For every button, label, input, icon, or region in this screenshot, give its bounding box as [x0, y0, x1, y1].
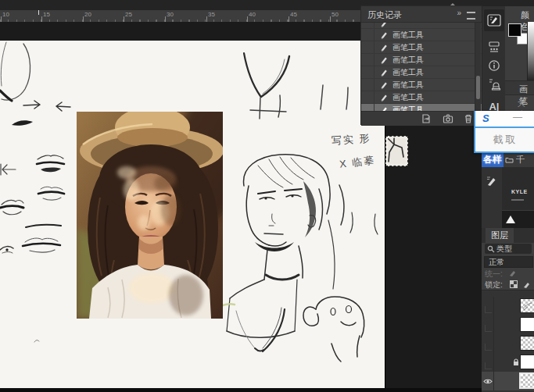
- brush-name-label[interactable]: KYLE: [511, 189, 528, 194]
- layer-thumbnail[interactable]: [521, 299, 534, 312]
- history-entry[interactable]: 画笔工具: [361, 41, 482, 54]
- tab-layers[interactable]: 图层: [486, 228, 514, 243]
- presets-side-strip: [482, 167, 503, 228]
- layer-thumbnail[interactable]: [521, 374, 534, 387]
- selection-marquee[interactable]: [385, 136, 408, 166]
- snip-tool-window: S — 截取: [474, 111, 534, 153]
- lock-pixels-icon[interactable]: [522, 280, 531, 289]
- blend-mode-dropdown[interactable]: 正常: [484, 256, 533, 268]
- document-canvas[interactable]: 写实 形 X 临摹: [0, 22, 385, 388]
- blend-mode-row: 正常: [482, 255, 534, 268]
- eye-icon[interactable]: [483, 378, 493, 385]
- brush-icon: [379, 80, 389, 90]
- layer-thumbnail[interactable]: [521, 355, 534, 369]
- brush-panel-header[interactable]: 画笔: [505, 80, 534, 95]
- layer-thumbnail[interactable]: [521, 337, 534, 350]
- history-entry[interactable]: 画笔工具: [361, 54, 482, 66]
- history-entry[interactable]: 画笔工具: [361, 66, 482, 79]
- brush-presets-panel: 各样 千 KYLE: [482, 153, 534, 228]
- minimize-button[interactable]: —: [513, 112, 522, 123]
- history-scrollbar[interactable]: [475, 23, 481, 111]
- brush-subtitle-bar: [511, 199, 524, 201]
- layer-list: [482, 290, 534, 392]
- brush-icon: [379, 43, 389, 52]
- brush-icon: [379, 55, 389, 65]
- snip-titlebar[interactable]: S —: [475, 111, 534, 127]
- canvas-annotation-1: 写实 形: [331, 131, 371, 148]
- selected-brush-group[interactable]: 各样: [482, 152, 504, 167]
- ruler-tick-label: 20: [84, 11, 91, 18]
- ruler-cursor-marker: [38, 10, 39, 15]
- layers-panel: 图层 类型 正常 统一: 锁定:: [482, 228, 534, 392]
- lock-label: 锁定:: [485, 280, 503, 290]
- new-document-from-state-icon[interactable]: [421, 113, 432, 124]
- filter-kind-label: 类型: [496, 244, 512, 255]
- search-icon: [487, 245, 495, 253]
- layers-tab-bar: 图层: [482, 228, 534, 243]
- collapse-to-icons-button[interactable]: »: [457, 9, 461, 17]
- history-entry[interactable]: 画笔工具: [361, 79, 482, 91]
- history-entry-selected[interactable]: 画笔工具: [361, 104, 482, 111]
- snip-logo-icon: S: [482, 112, 489, 124]
- layer-row[interactable]: [482, 334, 534, 353]
- history-panel-header[interactable]: 历史记录 »: [361, 6, 482, 23]
- history-panel: 历史记录 » 画笔工具 画笔工具 画笔工具: [361, 6, 482, 124]
- clone-source-panel-icon[interactable]: [484, 37, 504, 56]
- brush-group-row[interactable]: 各样 千: [482, 153, 525, 166]
- new-snapshot-camera-icon[interactable]: [443, 113, 453, 124]
- layer-row[interactable]: [482, 315, 534, 334]
- ruler-tick-label: 45: [290, 11, 297, 18]
- layer-lock-icon: [513, 358, 519, 366]
- adjacent-group-label: 千: [516, 154, 525, 166]
- lock-row: 锁定:: [482, 278, 534, 290]
- foreground-color-swatch[interactable]: [508, 23, 521, 37]
- layer-row-selected[interactable]: [482, 372, 534, 390]
- window-bottom-edge: [0, 388, 482, 392]
- brush-icon: [379, 93, 389, 102]
- preset-list: KYLE: [502, 167, 534, 228]
- history-panel-footer: [361, 111, 482, 126]
- brush-icon: [379, 30, 389, 40]
- selection-content-sketch: [386, 137, 406, 164]
- ruler-tick-label: 25: [125, 11, 132, 18]
- brush-settings-panel-icon[interactable]: [484, 9, 504, 31]
- delete-trash-icon[interactable]: [463, 113, 474, 124]
- ruler-tick-label: 30: [167, 11, 174, 18]
- panel-menu-icon[interactable]: [467, 12, 475, 20]
- capture-button[interactable]: 截取: [475, 127, 534, 153]
- layer-filter-field[interactable]: 类型: [485, 244, 532, 254]
- color-gradient-ramp[interactable]: [527, 22, 534, 89]
- ruler-tick-label: 40: [249, 11, 256, 18]
- clone-stamp-panel-icon[interactable]: [484, 75, 504, 94]
- history-entry[interactable]: 画笔工具: [361, 91, 482, 104]
- photoshop-window: 10 15 20 25 30 35 40 45 50: [0, 0, 534, 392]
- ruler-tick-label: 15: [43, 11, 50, 18]
- canvas-paper[interactable]: 写实 形 X 临摹: [0, 41, 385, 388]
- ruler-tick-label: 35: [208, 11, 215, 18]
- history-entry[interactable]: 画笔工具: [361, 29, 482, 41]
- info-panel-icon[interactable]: [484, 56, 504, 75]
- history-scrollbar-thumb[interactable]: [476, 76, 480, 99]
- reference-photo: [77, 112, 223, 319]
- ruler-tick-label: 50: [332, 11, 339, 18]
- unify-brush-icon[interactable]: [508, 269, 518, 277]
- history-list: 画笔工具 画笔工具 画笔工具 画笔工具 画笔工具: [361, 23, 482, 111]
- ruler-tick-label: 10: [2, 11, 9, 18]
- history-panel-title: 历史记录: [367, 9, 402, 21]
- layer-row[interactable]: [482, 297, 534, 315]
- unify-row: 统一:: [482, 268, 534, 278]
- visibility-toggle[interactable]: [482, 372, 494, 390]
- brush-icon: [379, 23, 389, 28]
- lock-transparency-icon[interactable]: [510, 280, 518, 288]
- layer-row[interactable]: [482, 353, 534, 372]
- stroke-thumbnail-icon: [504, 212, 520, 226]
- brush-stroke-preview[interactable]: [502, 210, 534, 228]
- brush-icon: [379, 105, 389, 112]
- history-entry-partial[interactable]: [361, 23, 482, 29]
- folder-icon: [505, 156, 514, 163]
- layer-thumbnail[interactable]: [521, 318, 534, 331]
- brush-icon: [379, 68, 389, 77]
- layer-filter-row: 类型: [482, 243, 534, 255]
- brush-settings-icon[interactable]: [486, 175, 498, 187]
